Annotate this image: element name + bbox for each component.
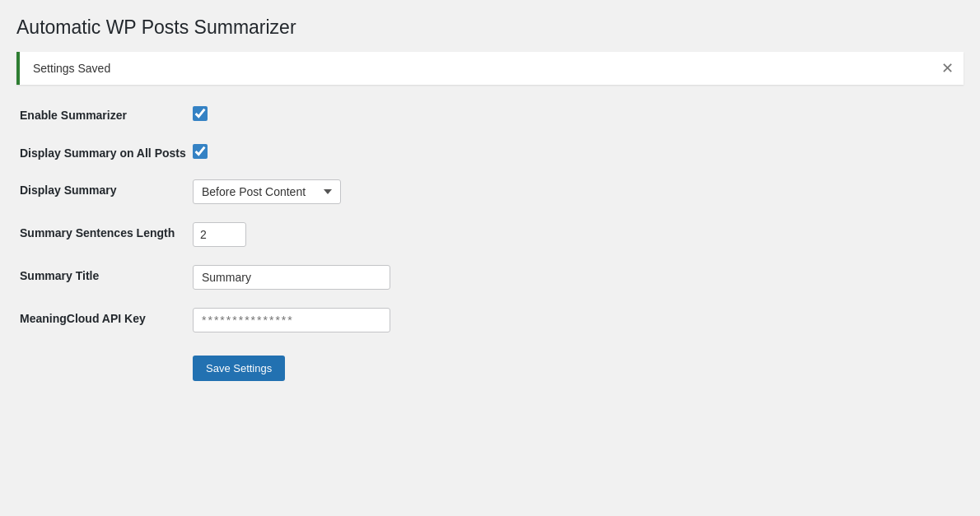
summary-title-input[interactable] (193, 265, 390, 290)
display-summary-checkbox[interactable] (193, 144, 208, 159)
page-title: Automatic WP Posts Summarizer (16, 16, 964, 39)
api-key-label: MeaningCloud API Key (20, 308, 193, 328)
summary-length-input[interactable] (193, 222, 246, 247)
settings-form: Enable Summarizer Display Summary on All… (16, 105, 964, 381)
summary-title-label: Summary Title (20, 265, 193, 285)
summary-length-control (193, 222, 960, 247)
display-summary-control (193, 142, 960, 161)
summary-length-label: Summary Sentences Length (20, 222, 193, 242)
save-button-row: Save Settings (16, 351, 964, 381)
api-key-row: MeaningCloud API Key (16, 308, 964, 332)
summary-length-row: Summary Sentences Length (16, 222, 964, 247)
enable-summarizer-label: Enable Summarizer (20, 105, 193, 124)
display-summary-position-label: Display Summary (20, 179, 193, 199)
display-summary-label: Display Summary on All Posts (20, 142, 193, 162)
display-summary-select[interactable]: Before Post Content After Post Content (193, 179, 341, 204)
dismiss-icon[interactable]: ✕ (941, 61, 954, 76)
settings-saved-banner: Settings Saved ✕ (16, 52, 964, 85)
settings-saved-text: Settings Saved (33, 62, 950, 75)
enable-summarizer-checkbox[interactable] (193, 106, 208, 121)
display-summary-row: Display Summary on All Posts (16, 142, 964, 162)
api-key-input[interactable] (193, 308, 390, 332)
api-key-control (193, 308, 960, 332)
save-settings-button[interactable]: Save Settings (193, 356, 285, 381)
summary-title-control (193, 265, 960, 290)
summary-title-row: Summary Title (16, 265, 964, 290)
display-summary-position-row: Display Summary Before Post Content Afte… (16, 179, 964, 204)
display-summary-position-control: Before Post Content After Post Content (193, 179, 960, 204)
enable-summarizer-control (193, 105, 960, 123)
enable-summarizer-row: Enable Summarizer (16, 105, 964, 124)
